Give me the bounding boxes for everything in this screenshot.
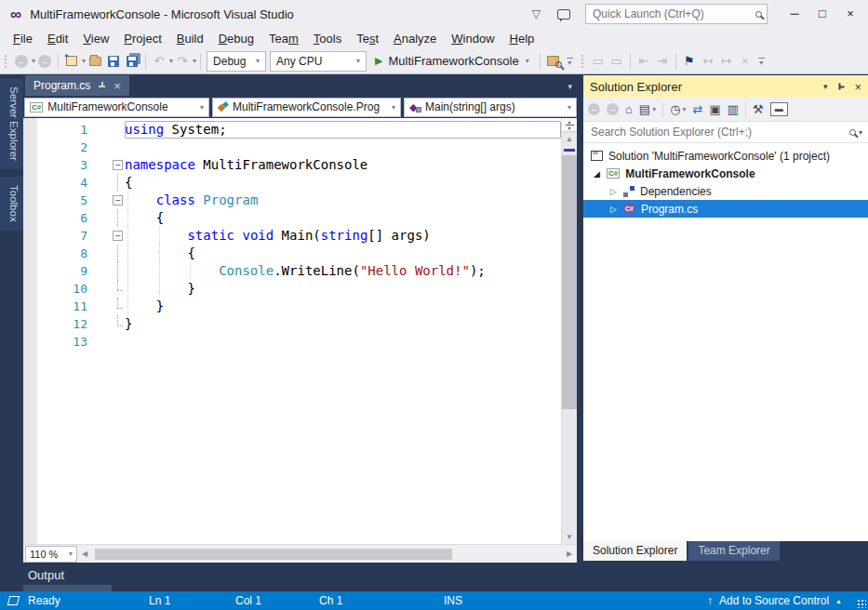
editor-split-handle[interactable]: ▴▾ xyxy=(562,118,577,132)
tree-item-dependencies[interactable]: ▷ Dependencies xyxy=(583,182,868,200)
code-line-6[interactable]: 6 { xyxy=(37,209,561,227)
breakpoint-margin[interactable] xyxy=(23,118,37,544)
increase-indent-button[interactable]: ⇥ xyxy=(653,51,672,72)
code-editor[interactable]: 1using System;23−namespace MultiFramewor… xyxy=(23,118,561,544)
horizontal-scrollbar-thumb[interactable] xyxy=(95,549,452,560)
code-lines[interactable]: 1using System;23−namespace MultiFramewor… xyxy=(37,118,561,351)
switch-views-button[interactable]: ▤▾ xyxy=(639,103,656,115)
code-text[interactable]: class Program xyxy=(125,192,561,209)
solution-configuration-select[interactable]: Debug ▾ xyxy=(207,51,266,72)
next-bookmark-button[interactable]: ↦ xyxy=(717,51,736,72)
code-line-8[interactable]: 8 { xyxy=(37,245,561,262)
menu-test[interactable]: Test xyxy=(349,30,386,47)
outlining-margin[interactable] xyxy=(112,280,125,298)
tab-solution-explorer[interactable]: Solution Explorer xyxy=(583,541,687,561)
clear-bookmarks-button[interactable]: × xyxy=(736,51,754,72)
solution-explorer-search-input[interactable] xyxy=(589,125,849,139)
outlining-margin[interactable]: − xyxy=(112,156,125,174)
minimize-button[interactable]: ─ xyxy=(781,0,808,28)
toolbar-grip[interactable] xyxy=(4,54,8,69)
sidebar-tab-server-explorer[interactable]: Server Explorer xyxy=(0,78,23,169)
code-line-2[interactable]: 2 xyxy=(37,139,561,156)
navigate-back-button[interactable]: ← xyxy=(12,51,31,72)
outlining-margin[interactable] xyxy=(112,298,125,315)
uncomment-button[interactable]: ▭ xyxy=(608,51,626,72)
code-line-12[interactable]: 12} xyxy=(37,315,561,333)
toolbar-overflow-button[interactable]: ▾ xyxy=(567,58,573,65)
code-text[interactable]: namespace MultiFrameworkConsole xyxy=(125,156,561,174)
panel-splitter[interactable] xyxy=(577,75,583,563)
pending-changes-filter-button[interactable]: ◷▾ xyxy=(670,103,686,115)
code-text[interactable]: } xyxy=(125,298,561,315)
code-text[interactable] xyxy=(125,333,561,351)
output-panel-tab-stub[interactable] xyxy=(23,585,112,591)
notifications-funnel-icon[interactable]: ▽ xyxy=(532,7,541,20)
window-resize-grip[interactable] xyxy=(857,599,866,608)
scroll-right-icon[interactable]: ▶ xyxy=(562,550,577,558)
code-text[interactable]: static void Main(string[] args) xyxy=(125,227,561,245)
menu-view[interactable]: View xyxy=(75,30,116,47)
zoom-select[interactable]: 110 % ▾ xyxy=(25,546,77,563)
tab-close-icon[interactable]: × xyxy=(114,80,121,92)
code-line-5[interactable]: 5− class Program xyxy=(37,192,561,209)
previous-bookmark-button[interactable]: ↤ xyxy=(699,51,717,72)
toolbar-grip[interactable] xyxy=(581,54,585,69)
menu-edit[interactable]: Edit xyxy=(40,30,75,47)
search-options-dropdown-icon[interactable]: ▾ xyxy=(859,128,862,137)
solution-explorer-search-box[interactable]: ▾ xyxy=(583,122,868,143)
code-line-7[interactable]: 7− static void Main(string[] args) xyxy=(37,227,561,245)
document-list-dropdown-icon[interactable]: ▾ xyxy=(568,82,572,91)
tree-item-project[interactable]: ◢ C# MultiFrameworkConsole xyxy=(583,165,868,182)
code-text[interactable] xyxy=(125,139,561,156)
collapse-all-button[interactable]: ▣ xyxy=(709,103,720,115)
open-file-button[interactable] xyxy=(86,51,104,72)
menu-build[interactable]: Build xyxy=(169,30,211,47)
code-text[interactable]: Console.WriteLine("Hello World!"); xyxy=(125,262,561,280)
outlining-margin[interactable]: − xyxy=(112,192,125,209)
solution-explorer-title-bar[interactable]: Solution Explorer ▾ × xyxy=(583,75,868,98)
document-tab-program-cs[interactable]: Program.cs × xyxy=(25,75,129,96)
navigate-forward-button[interactable]: → xyxy=(35,51,54,72)
fold-collapse-icon[interactable]: − xyxy=(113,231,123,241)
expander-collapsed-icon[interactable]: ▷ xyxy=(609,205,618,214)
maximize-button[interactable]: □ xyxy=(808,0,836,28)
menu-project[interactable]: Project xyxy=(116,30,168,47)
menu-debug[interactable]: Debug xyxy=(211,30,261,47)
tree-item-program-cs[interactable]: ▷ C# Program.cs xyxy=(583,200,868,218)
feedback-icon[interactable] xyxy=(557,9,570,20)
code-line-4[interactable]: 4{ xyxy=(37,174,561,192)
scroll-up-icon[interactable]: ▲ xyxy=(562,132,577,146)
vertical-scrollbar[interactable]: ▴▾ ▲ ▼ xyxy=(561,118,577,544)
code-text[interactable]: { xyxy=(125,209,561,227)
code-text[interactable]: } xyxy=(125,280,561,298)
code-line-3[interactable]: 3−namespace MultiFrameworkConsole xyxy=(37,156,561,174)
redo-button[interactable]: ↷ xyxy=(173,51,192,72)
back-button[interactable]: ← xyxy=(588,103,600,115)
save-all-button[interactable] xyxy=(123,51,141,72)
expander-collapsed-icon[interactable]: ▷ xyxy=(609,187,618,196)
find-in-files-button[interactable] xyxy=(544,51,563,72)
preview-selected-items-button[interactable]: ▬ xyxy=(770,102,788,116)
comment-button[interactable]: ▭ xyxy=(589,51,608,72)
forward-button[interactable]: → xyxy=(607,103,619,115)
solution-platform-select[interactable]: Any CPU ▾ xyxy=(270,51,367,72)
code-text[interactable]: { xyxy=(125,245,561,262)
add-to-source-control-button[interactable]: ↑ Add to Source Control ▲ xyxy=(707,591,842,610)
project-dropdown[interactable]: C# MultiFrameworkConsole ▾ xyxy=(24,98,209,117)
toggle-bookmark-button[interactable]: ⚑ xyxy=(680,51,699,72)
outlining-margin[interactable]: − xyxy=(112,227,125,245)
menu-help[interactable]: Help xyxy=(502,30,542,47)
outlining-margin[interactable] xyxy=(112,262,125,280)
toolbar-overflow-button[interactable]: ▾ xyxy=(758,58,765,65)
window-position-dropdown-icon[interactable]: ▾ xyxy=(823,82,828,91)
outlining-margin[interactable] xyxy=(112,333,125,351)
scrollbar-thumb[interactable] xyxy=(562,155,577,409)
tree-item-solution[interactable]: Solution 'MultiFrameworkConsole' (1 proj… xyxy=(583,147,868,165)
member-dropdown[interactable]: ◆ Main(string[] args) ▾ xyxy=(404,98,577,117)
outlining-margin[interactable] xyxy=(112,121,125,139)
outlining-margin[interactable] xyxy=(112,245,125,262)
sync-with-active-document-button[interactable]: ⇄ xyxy=(693,103,703,115)
menu-analyze[interactable]: Analyze xyxy=(386,30,444,47)
code-text[interactable]: using System; xyxy=(125,121,561,139)
pin-icon[interactable] xyxy=(836,83,846,91)
